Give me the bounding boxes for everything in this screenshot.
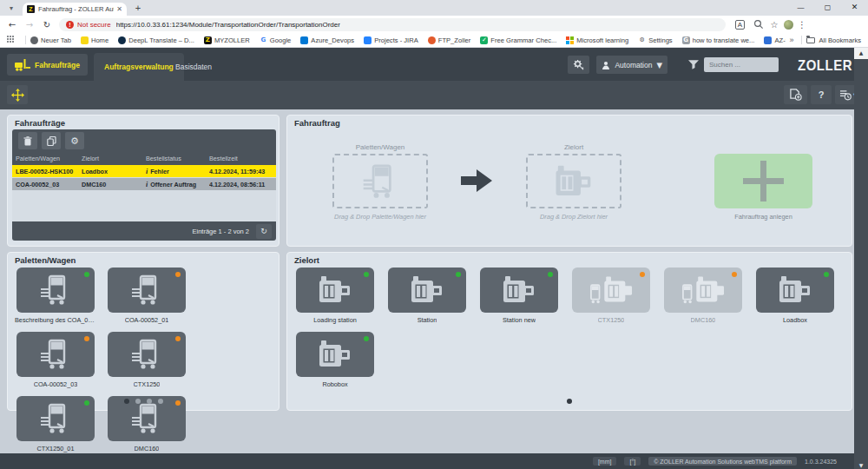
pallet-card-tile[interactable] <box>108 332 186 377</box>
target-card-tile[interactable] <box>572 268 650 313</box>
translate-icon[interactable]: A <box>735 20 745 30</box>
tab-basisdaten[interactable]: Basisdaten <box>165 53 222 81</box>
pallet-card-tile[interactable] <box>108 268 186 313</box>
bookmark-star-icon[interactable]: ☆ <box>768 20 780 30</box>
service-settings-button[interactable] <box>568 56 589 74</box>
zoom-icon[interactable] <box>753 19 764 30</box>
status-text: Offener Auftrag <box>150 181 196 188</box>
target-card[interactable]: Loading station <box>296 268 374 324</box>
browser-menu-icon[interactable]: ⋮ <box>797 20 807 30</box>
bookmarks-overflow-icon[interactable]: » <box>789 36 793 44</box>
page-dot[interactable] <box>567 399 572 404</box>
source-dropzone[interactable] <box>332 154 428 208</box>
target-card-label: CTX1250 <box>598 316 625 324</box>
bookmark-item[interactable]: FTP_Zoller <box>428 36 471 44</box>
bookmark-item[interactable]: Home <box>81 36 108 44</box>
module-selector-fahrauftraege[interactable]: Fahraufträge <box>7 54 88 76</box>
create-order-button[interactable] <box>714 154 812 208</box>
create-order-caption: Fahrauftrag anlegen <box>714 213 812 221</box>
delete-order-button[interactable] <box>18 132 37 149</box>
tab-close-icon[interactable]: ✕ <box>116 5 122 13</box>
bookmark-item[interactable]: AZ-900 Microsoft A... <box>764 36 786 44</box>
page-scrollbar[interactable]: ▲ ▼ <box>854 48 868 469</box>
search-input[interactable] <box>704 57 779 72</box>
target-card[interactable]: Loadbox <box>756 268 834 324</box>
profile-avatar[interactable] <box>784 20 793 30</box>
target-card-tile[interactable] <box>756 268 834 313</box>
bookmark-item[interactable]: Azure_Devops <box>300 36 354 44</box>
bookmark-item[interactable]: Neuer Tab <box>30 36 71 44</box>
window-maximize-button[interactable]: ▢ <box>814 0 841 16</box>
target-card-tile[interactable] <box>480 268 558 313</box>
back-icon[interactable]: ← <box>3 20 21 30</box>
page-dot[interactable] <box>124 399 129 404</box>
new-tab-button[interactable]: + <box>132 2 144 14</box>
order-row[interactable]: COA-00052_03DMC160iOffener Auftrag4.12.2… <box>12 178 276 190</box>
bookmark-item[interactable]: ✓Free Grammar Chec... <box>480 36 556 44</box>
bookmark-item[interactable]: Microsoft learning <box>566 36 628 44</box>
column-header[interactable]: Paletten/Wagen <box>16 155 82 162</box>
column-header[interactable]: Bestellzeit <box>209 155 276 162</box>
move-arrows-icon <box>11 89 24 102</box>
bookmark-item[interactable]: Projects - JIRA <box>364 36 418 44</box>
pallet-card[interactable]: Beschreibung des COA_000... <box>16 268 95 324</box>
pallet-card-tile[interactable] <box>16 268 95 313</box>
scroll-up-icon[interactable]: ▲ <box>854 48 868 58</box>
table-settings-button[interactable]: ⚙ <box>65 132 84 149</box>
target-card-tile[interactable] <box>388 268 466 313</box>
target-card[interactable]: Station <box>388 268 466 324</box>
bookmark-item[interactable]: GGoogle <box>260 36 292 44</box>
target-card-tile[interactable] <box>296 268 374 313</box>
scrollbar-thumb[interactable] <box>854 59 868 469</box>
window-minimize-button[interactable]: — <box>787 0 814 16</box>
bookmark-item[interactable]: Ghow to translate we... <box>682 36 755 44</box>
order-row[interactable]: LBE-00052-HSK100LoadboxiFehler4.12.2024,… <box>12 165 276 177</box>
filter-icon[interactable] <box>688 60 699 69</box>
url-text[interactable]: https://10.0.33.61:1234/Module/Transport… <box>116 21 340 29</box>
column-header[interactable]: Bestellstatus <box>146 155 209 162</box>
user-dropdown[interactable]: Automation ▼ <box>596 56 667 74</box>
pallet-card[interactable]: CTX1250_01 <box>16 396 95 452</box>
address-bar[interactable]: ! Not secure https://10.0.33.61:1234/Mod… <box>59 18 726 31</box>
page-dot[interactable] <box>135 399 141 404</box>
copy-order-button[interactable] <box>42 132 61 149</box>
pallet-card[interactable]: COA-00052_01 <box>108 268 186 324</box>
target-card[interactable]: DMC160 <box>664 268 742 324</box>
bookmark-item[interactable]: DeepL Translate – D... <box>118 36 194 44</box>
window-close-button[interactable]: ✕ <box>841 0 868 16</box>
not-secure-warning-icon[interactable]: ! <box>66 21 74 29</box>
status-dot-orange <box>732 272 737 277</box>
target-card[interactable]: Station new <box>480 268 558 324</box>
deepl-favicon-icon <box>118 36 126 44</box>
target-card-tile[interactable] <box>664 268 742 313</box>
target-card[interactable]: CTX1250 <box>572 268 650 324</box>
pallet-card[interactable]: DMC160 <box>108 396 186 452</box>
apps-grid-icon[interactable] <box>7 36 16 44</box>
unit-degree-toggle[interactable]: [°] <box>624 457 641 466</box>
tab-search-chevron-icon[interactable]: ▾ <box>5 3 17 14</box>
bookmark-item[interactable]: ZMYZOLLER <box>204 36 250 44</box>
reload-icon[interactable]: ↻ <box>38 20 56 30</box>
add-document-button[interactable] <box>784 85 807 104</box>
pallet-card-label: CTX1250 <box>134 380 161 388</box>
scroll-down-icon[interactable]: ▼ <box>854 462 868 468</box>
bookmark-item[interactable]: ⚙Settings <box>638 36 672 44</box>
column-header[interactable]: Zielort <box>82 155 146 162</box>
all-bookmarks-button[interactable]: All Bookmarks <box>806 36 861 44</box>
pallet-card[interactable]: COA-00052_03 <box>16 332 95 388</box>
target-card[interactable]: Robobox <box>296 332 374 388</box>
forward-icon[interactable]: → <box>21 20 38 30</box>
page-dot[interactable] <box>158 399 163 404</box>
grammar-favicon-icon: ✓ <box>480 36 488 44</box>
browser-tab[interactable]: Z Fahrauftrag - ZOLLER Automati... ✕ <box>23 3 127 16</box>
not-secure-label[interactable]: Not secure <box>77 21 111 29</box>
target-dropzone[interactable] <box>526 154 621 208</box>
target-card-tile[interactable] <box>296 332 374 377</box>
move-layout-button[interactable] <box>7 85 28 104</box>
unit-mm-toggle[interactable]: [mm] <box>593 457 617 466</box>
pallet-card-tile[interactable] <box>16 332 95 377</box>
help-button[interactable]: ? <box>811 85 832 104</box>
pallet-card[interactable]: CTX1250 <box>108 332 186 388</box>
refresh-button[interactable]: ↻ <box>256 224 272 239</box>
page-dot[interactable] <box>147 399 152 404</box>
